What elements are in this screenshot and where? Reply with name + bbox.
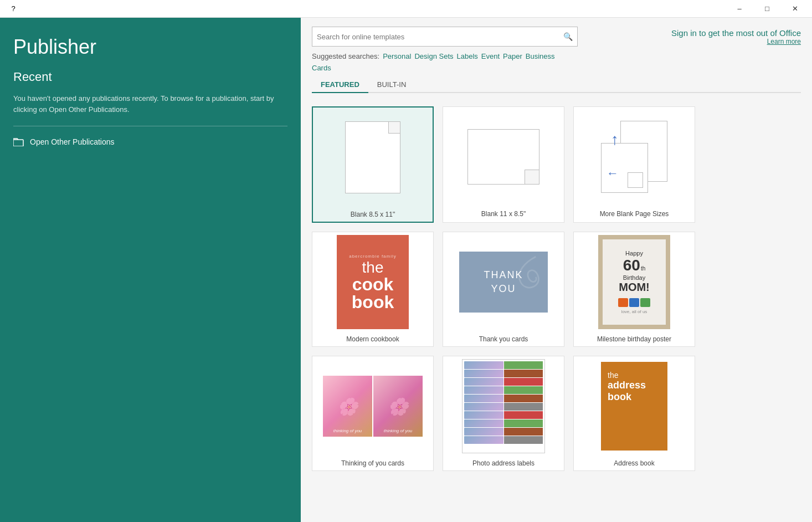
addr-cell-photo4	[464, 386, 503, 394]
templates-scroll[interactable]: Blank 8.5 x 11" Blank 11 x 8.5"	[301, 98, 812, 522]
window-controls: – □ ✕	[727, 0, 808, 18]
suggested-cards[interactable]: Cards	[312, 64, 331, 72]
title-bar: ? – □ ✕	[0, 0, 812, 18]
addr-cell-photo8	[464, 419, 503, 427]
template-more-blank[interactable]: ↑ ← More Blank Page Sizes	[573, 106, 695, 223]
addr-row-5	[464, 395, 543, 402]
suggested-label: Suggested searches:	[312, 52, 379, 60]
sidebar-divider	[13, 126, 287, 126]
suggested-event[interactable]: Event	[481, 52, 500, 60]
addr-row-2	[464, 370, 543, 377]
addr-cell-photo	[464, 361, 503, 369]
thinking-thumb: 🌸 thinking of you 🌸 thinking of you	[323, 376, 423, 437]
folder-icon	[13, 137, 24, 146]
suggested-row: Suggested searches: Personal Design Sets…	[312, 52, 801, 60]
addr-cell-photo3	[464, 378, 503, 386]
addr-row-7	[464, 411, 543, 419]
open-btn-label: Open Other Publications	[30, 137, 115, 146]
template-blank-11x85[interactable]: Blank 11 x 8.5"	[443, 106, 564, 223]
template-thankyou[interactable]: THANK YOU Thank you cards	[443, 232, 564, 347]
gift-box-3	[640, 298, 650, 307]
template-label-moreblank: More Blank Page Sizes	[574, 207, 695, 221]
addr-row-1	[464, 361, 543, 369]
template-addrlabels[interactable]: Photo address labels	[443, 356, 564, 471]
signin-area: Sign in to get the most out of Office Le…	[671, 28, 801, 45]
recent-section-title: Recent	[13, 70, 287, 84]
birthday-number: 60	[623, 257, 640, 274]
addr-cell-gray2	[504, 436, 543, 444]
template-label-blank11: Blank 11 x 8.5"	[443, 207, 564, 221]
maximize-button[interactable]: □	[754, 0, 780, 18]
tab-featured[interactable]: FEATURED	[312, 77, 368, 93]
template-addrbook[interactable]: the address book Address book	[573, 356, 695, 471]
template-thumb-moreblank: ↑ ←	[574, 107, 695, 207]
suggested-designsets[interactable]: Design Sets	[414, 52, 453, 60]
suggested-business[interactable]: Business	[526, 52, 555, 60]
template-thumb-addrlabels	[443, 356, 564, 456]
cookbook-abercrombie: abercrombie family	[349, 254, 397, 259]
addr-cell-photo6	[464, 403, 503, 411]
addr-cell-photo5	[464, 395, 503, 402]
template-blank-85x11[interactable]: Blank 8.5 x 11"	[312, 106, 434, 223]
thankyou-line1: THANK	[484, 268, 523, 282]
blank-doc-portrait-icon	[345, 121, 400, 193]
addr-row-4	[464, 386, 543, 394]
addr-cell-green	[504, 361, 543, 369]
gift-box-1	[618, 298, 628, 307]
help-icon[interactable]: ?	[4, 0, 22, 18]
addr-cell-photo7	[464, 411, 503, 419]
birthday-gifts	[618, 298, 650, 307]
tab-builtin[interactable]: BUILT-IN	[368, 77, 415, 93]
addr-cell-photo10	[464, 436, 503, 444]
thinking-half-right: 🌸 thinking of you	[373, 376, 423, 437]
addr-cell-brown3	[504, 428, 543, 436]
addr-cell-gray	[504, 403, 543, 411]
content-area: 🔍 Sign in to get the most out of Office …	[301, 18, 812, 522]
search-row: 🔍 Sign in to get the most out of Office …	[312, 27, 801, 47]
close-button[interactable]: ✕	[782, 0, 808, 18]
cookbook-thumb: abercrombie family the cook book	[337, 235, 409, 329]
template-label-thankyou: Thank you cards	[443, 332, 564, 346]
more-blank-icon: ↑ ←	[601, 121, 667, 193]
addr-cell-red2	[504, 411, 543, 419]
search-box[interactable]: 🔍	[312, 27, 578, 47]
template-thinking[interactable]: 🌸 thinking of you 🌸 thinking of you Thin…	[312, 356, 434, 471]
template-thumb-cookbook: abercrombie family the cook book	[312, 232, 433, 332]
app-title: Publisher	[13, 35, 287, 59]
addr-row-3	[464, 378, 543, 386]
template-thumb-thinking: 🌸 thinking of you 🌸 thinking of you	[312, 356, 433, 456]
birthday-suffix: th	[641, 265, 645, 272]
cookbook-the: the	[362, 260, 384, 275]
addrlabels-thumb	[462, 359, 545, 453]
cards-link-row: Cards	[312, 63, 801, 73]
template-label-birthday: Milestone birthday poster	[574, 332, 695, 346]
search-icon: 🔍	[563, 32, 573, 41]
recent-empty-text: You haven't opened any publications rece…	[13, 93, 279, 115]
addr-cell-green2	[504, 386, 543, 394]
suggested-personal[interactable]: Personal	[383, 52, 411, 60]
thankyou-thumb: THANK YOU	[459, 252, 548, 313]
templates-grid: Blank 8.5 x 11" Blank 11 x 8.5"	[312, 106, 801, 471]
addr-cell-red	[504, 378, 543, 386]
suggested-labels[interactable]: Labels	[457, 52, 478, 60]
template-cookbook[interactable]: abercrombie family the cook book Modern …	[312, 232, 434, 347]
addr-cell-brown	[504, 370, 543, 377]
minimize-button[interactable]: –	[727, 0, 752, 18]
arrow-left-icon: ←	[607, 166, 619, 181]
open-other-publications-button[interactable]: Open Other Publications	[13, 137, 287, 146]
search-input[interactable]	[317, 33, 563, 41]
main-layout: Publisher Recent You haven't opened any …	[0, 18, 812, 522]
template-birthday[interactable]: Happy 60th Birthday MOM! love,	[573, 232, 695, 347]
suggested-paper[interactable]: Paper	[503, 52, 522, 60]
template-thumb-thankyou: THANK YOU	[443, 232, 564, 332]
front-square	[628, 172, 643, 188]
addr-cell-photo2	[464, 370, 503, 377]
learn-more-link[interactable]: Learn more	[671, 38, 801, 45]
thankyou-line2: YOU	[484, 282, 523, 296]
addr-row-10	[464, 436, 543, 444]
addr-row-9	[464, 428, 543, 436]
addr-cell-brown2	[504, 395, 543, 402]
addrbook-the: the	[608, 371, 661, 380]
cookbook-book: book	[352, 293, 394, 311]
template-thumb-birthday: Happy 60th Birthday MOM! love,	[574, 232, 695, 332]
